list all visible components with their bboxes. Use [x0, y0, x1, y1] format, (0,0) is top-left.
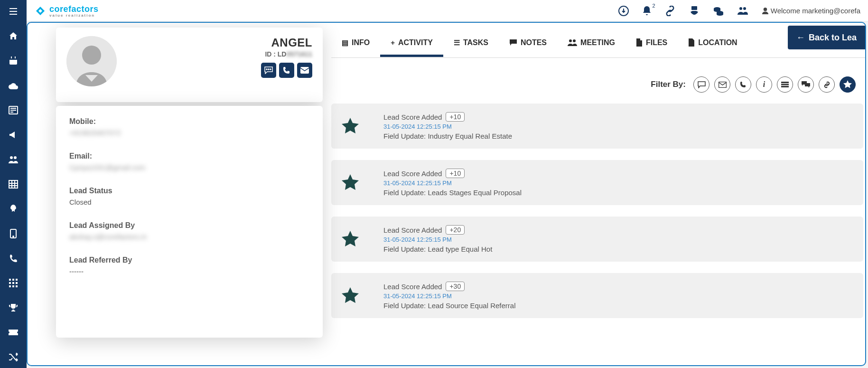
nav-users-icon[interactable] — [6, 152, 21, 167]
filter-link-icon[interactable] — [819, 76, 835, 93]
referred-by-value: ------ — [69, 267, 309, 275]
mobile-value: +919620407072 — [69, 129, 309, 137]
star-icon — [342, 231, 359, 248]
feed-title: Lead Score Added — [383, 170, 442, 178]
svg-point-9 — [14, 156, 17, 159]
svg-rect-43 — [781, 84, 789, 85]
assigned-by-value: akshay.s@corefactors.in — [69, 233, 309, 241]
svg-rect-18 — [12, 279, 14, 281]
tab-location[interactable]: LOCATION — [678, 29, 747, 57]
logo-text: corefactors — [49, 4, 99, 14]
feed-title: Lead Score Added — [383, 226, 442, 234]
svg-rect-23 — [9, 285, 11, 287]
filter-email-icon[interactable] — [714, 76, 730, 93]
feed-badge: +20 — [446, 225, 465, 235]
nav-home-icon[interactable] — [6, 28, 21, 44]
tab-info[interactable]: ▤INFO — [331, 29, 380, 57]
nav-bullhorn-icon[interactable] — [6, 127, 21, 142]
svg-rect-22 — [16, 282, 18, 284]
avatar — [66, 36, 117, 86]
location-icon — [688, 38, 695, 47]
logo-subtext: value realization — [49, 13, 99, 18]
svg-rect-3 — [15, 57, 16, 58]
email-button[interactable] — [297, 63, 312, 78]
plus-icon: + — [391, 38, 395, 47]
filter-info-icon[interactable]: i — [756, 76, 772, 93]
meeting-icon — [568, 39, 577, 47]
nav-mobile-icon[interactable] — [6, 226, 21, 241]
profile-id: ID : LD0571611 — [261, 50, 312, 58]
star-icon — [342, 174, 359, 191]
tabs-row: ▤INFO +ACTIVITY ☰TASKS NOTES MEETING FIL… — [331, 28, 865, 58]
filter-label: Filter By: — [651, 80, 686, 89]
tab-tasks[interactable]: ☰TASKS — [443, 29, 499, 57]
feed-desc: Field Update: Lead type Equal Hot — [383, 245, 855, 253]
svg-point-36 — [268, 69, 269, 70]
coins-icon[interactable] — [713, 6, 724, 16]
feed-desc: Field Update: Industry Equal Real Estate — [383, 132, 855, 140]
nav-news-icon[interactable] — [6, 103, 21, 118]
hand-icon[interactable] — [689, 5, 700, 17]
feed-badge: +10 — [446, 112, 465, 122]
feed-title: Lead Score Added — [383, 283, 442, 291]
logo[interactable]: corefactors value realization — [34, 4, 99, 18]
svg-point-16 — [13, 236, 14, 237]
notes-icon — [509, 39, 517, 46]
side-nav — [0, 0, 27, 368]
tab-activity[interactable]: +ACTIVITY — [380, 29, 443, 57]
svg-point-34 — [82, 46, 101, 65]
svg-point-40 — [573, 39, 576, 42]
download-icon[interactable] — [618, 6, 629, 16]
main-container: ANGEL ID : LD0571611 Mobile: +9196204070… — [27, 22, 866, 366]
nav-grid-icon[interactable] — [6, 275, 21, 291]
nav-cloud-icon[interactable] — [6, 78, 21, 93]
assigned-by-label: Lead Assigned By — [69, 221, 309, 230]
svg-rect-20 — [9, 282, 11, 284]
nav-calendar-icon[interactable] — [6, 53, 21, 68]
filter-form-icon[interactable] — [777, 76, 793, 93]
star-icon — [342, 287, 359, 304]
chat-button[interactable] — [261, 63, 276, 78]
feed-badge: +10 — [446, 169, 465, 178]
top-bar: corefactors value realization 2 Welcome … — [27, 0, 868, 22]
profile-card: ANGEL ID : LD0571611 — [56, 28, 323, 102]
svg-rect-1 — [9, 58, 17, 60]
svg-rect-27 — [691, 6, 697, 10]
filter-row: Filter By: i — [331, 74, 856, 95]
svg-rect-25 — [16, 285, 18, 287]
nav-shuffle-icon[interactable] — [6, 349, 21, 365]
nav-menu-icon[interactable] — [6, 4, 21, 19]
back-to-leads-button[interactable]: ← Back to Lea — [788, 26, 865, 49]
tab-notes[interactable]: NOTES — [499, 29, 557, 57]
logo-mark-icon — [34, 5, 47, 17]
feed-item: Lead Score Added+20 31-05-2024 12:25:15 … — [331, 217, 863, 262]
nav-ticket-icon[interactable] — [6, 325, 21, 340]
tab-meeting[interactable]: MEETING — [557, 29, 625, 57]
svg-rect-38 — [300, 67, 309, 74]
referred-by-label: Lead Referred By — [69, 256, 309, 264]
group-icon[interactable] — [737, 6, 748, 16]
filter-comment-icon[interactable] — [798, 76, 814, 93]
feed-desc: Field Update: Lead Source Equal Referral — [383, 302, 855, 310]
nav-rocket-icon[interactable] — [6, 201, 21, 217]
notification-bell-icon[interactable]: 2 — [642, 6, 652, 16]
feed-timestamp: 31-05-2024 12:25:15 PM — [383, 293, 855, 300]
nav-table-icon[interactable] — [6, 177, 21, 192]
svg-rect-2 — [11, 57, 12, 58]
svg-point-8 — [10, 156, 13, 159]
filter-star-icon[interactable] — [840, 76, 856, 93]
nav-trophy-icon[interactable] — [6, 300, 21, 315]
svg-rect-10 — [9, 180, 18, 188]
svg-rect-21 — [12, 282, 14, 284]
email-value: Cpriya1031@gmail.com — [69, 163, 309, 171]
filter-call-icon[interactable] — [735, 76, 751, 93]
nav-phone-icon[interactable] — [6, 251, 21, 266]
call-button[interactable] — [279, 63, 294, 78]
tab-files[interactable]: FILES — [625, 29, 678, 57]
link-icon[interactable] — [665, 6, 675, 16]
filter-chat-icon[interactable] — [693, 76, 709, 93]
feed-timestamp: 31-05-2024 12:25:15 PM — [383, 179, 855, 187]
svg-point-35 — [266, 69, 267, 70]
details-card: Mobile: +919620407072 Email: Cpriya1031@… — [56, 106, 323, 338]
tasks-icon: ☰ — [454, 38, 460, 47]
